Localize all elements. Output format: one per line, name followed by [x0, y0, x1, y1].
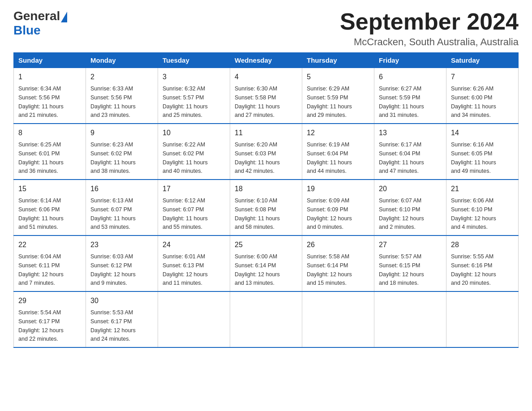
- day-info: Sunrise: 6:07 AMSunset: 6:10 PMDaylight:…: [379, 197, 424, 230]
- day-info: Sunrise: 6:19 AMSunset: 6:04 PMDaylight:…: [307, 141, 352, 174]
- day-info: Sunrise: 6:13 AMSunset: 6:07 PMDaylight:…: [90, 197, 136, 230]
- day-info: Sunrise: 6:26 AMSunset: 6:00 PMDaylight:…: [451, 86, 496, 118]
- day-cell-8: 8 Sunrise: 6:25 AMSunset: 6:01 PMDayligh…: [14, 124, 86, 180]
- day-number: 21: [451, 184, 514, 194]
- day-number: 4: [235, 72, 297, 82]
- logo-text-general: General: [13, 9, 60, 23]
- day-cell-25: 25 Sunrise: 6:00 AMSunset: 6:14 PMDaylig…: [230, 235, 302, 291]
- day-number: 12: [307, 128, 369, 138]
- day-cell-24: 24 Sunrise: 6:01 AMSunset: 6:13 PMDaylig…: [158, 235, 230, 291]
- day-info: Sunrise: 6:12 AMSunset: 6:07 PMDaylight:…: [163, 197, 208, 230]
- day-cell-21: 21 Sunrise: 6:06 AMSunset: 6:10 PMDaylig…: [446, 180, 519, 235]
- day-number: 15: [18, 184, 81, 194]
- day-info: Sunrise: 6:29 AMSunset: 5:59 PMDaylight:…: [307, 86, 352, 118]
- calendar-subtitle: McCracken, South Australia, Australia: [340, 36, 519, 48]
- day-cell-6: 6 Sunrise: 6:27 AMSunset: 5:59 PMDayligh…: [374, 68, 446, 124]
- day-info: Sunrise: 6:32 AMSunset: 5:57 PMDaylight:…: [163, 86, 208, 118]
- title-block: September 2024 McCracken, South Australi…: [340, 9, 519, 48]
- day-cell-3: 3 Sunrise: 6:32 AMSunset: 5:57 PMDayligh…: [158, 68, 230, 124]
- day-cell-2: 2 Sunrise: 6:33 AMSunset: 5:56 PMDayligh…: [86, 68, 158, 124]
- day-cell-4: 4 Sunrise: 6:30 AMSunset: 5:58 PMDayligh…: [230, 68, 302, 124]
- day-info: Sunrise: 6:01 AMSunset: 6:13 PMDaylight:…: [163, 253, 208, 286]
- day-cell-12: 12 Sunrise: 6:19 AMSunset: 6:04 PMDaylig…: [302, 124, 374, 180]
- empty-cell: [302, 291, 374, 347]
- day-number: 6: [379, 72, 442, 82]
- day-info: Sunrise: 6:34 AMSunset: 5:56 PMDaylight:…: [18, 86, 64, 118]
- day-info: Sunrise: 6:16 AMSunset: 6:05 PMDaylight:…: [451, 141, 496, 174]
- day-cell-23: 23 Sunrise: 6:03 AMSunset: 6:12 PMDaylig…: [86, 235, 158, 291]
- col-header-wednesday: Wednesday: [230, 53, 302, 68]
- day-number: 29: [18, 295, 81, 306]
- week-row-1: 1 Sunrise: 6:34 AMSunset: 5:56 PMDayligh…: [14, 68, 519, 124]
- day-number: 24: [163, 240, 225, 250]
- empty-cell: [446, 291, 519, 347]
- col-header-saturday: Saturday: [446, 53, 519, 68]
- day-info: Sunrise: 6:06 AMSunset: 6:10 PMDaylight:…: [451, 197, 496, 230]
- day-cell-5: 5 Sunrise: 6:29 AMSunset: 5:59 PMDayligh…: [302, 68, 374, 124]
- day-number: 25: [235, 240, 297, 250]
- day-number: 30: [90, 295, 153, 306]
- day-info: Sunrise: 6:04 AMSunset: 6:11 PMDaylight:…: [18, 253, 64, 286]
- logo-triangle-icon: [61, 12, 67, 22]
- day-info: Sunrise: 6:27 AMSunset: 5:59 PMDaylight:…: [379, 86, 424, 118]
- day-cell-15: 15 Sunrise: 6:14 AMSunset: 6:06 PMDaylig…: [14, 180, 86, 235]
- day-info: Sunrise: 6:25 AMSunset: 6:01 PMDaylight:…: [18, 141, 64, 174]
- day-number: 1: [18, 72, 81, 82]
- col-header-thursday: Thursday: [302, 53, 374, 68]
- day-number: 2: [90, 72, 153, 82]
- day-number: 7: [451, 72, 514, 82]
- day-cell-18: 18 Sunrise: 6:10 AMSunset: 6:08 PMDaylig…: [230, 180, 302, 235]
- day-info: Sunrise: 5:54 AMSunset: 6:17 PMDaylight:…: [18, 309, 64, 342]
- logo-text-blue: Blue: [13, 23, 41, 37]
- week-row-2: 8 Sunrise: 6:25 AMSunset: 6:01 PMDayligh…: [14, 124, 519, 180]
- day-info: Sunrise: 6:14 AMSunset: 6:06 PMDaylight:…: [18, 197, 64, 230]
- day-number: 23: [90, 240, 153, 250]
- calendar-title: September 2024: [340, 9, 519, 34]
- day-number: 14: [451, 128, 514, 138]
- day-number: 28: [451, 240, 514, 250]
- day-number: 17: [163, 184, 225, 194]
- day-info: Sunrise: 6:10 AMSunset: 6:08 PMDaylight:…: [235, 197, 280, 230]
- day-number: 9: [90, 128, 153, 138]
- day-info: Sunrise: 5:53 AMSunset: 6:17 PMDaylight:…: [90, 309, 136, 342]
- week-row-4: 22 Sunrise: 6:04 AMSunset: 6:11 PMDaylig…: [14, 235, 519, 291]
- day-number: 13: [379, 128, 442, 138]
- day-number: 16: [90, 184, 153, 194]
- empty-cell: [374, 291, 446, 347]
- day-cell-28: 28 Sunrise: 5:55 AMSunset: 6:16 PMDaylig…: [446, 235, 519, 291]
- day-number: 10: [163, 128, 225, 138]
- day-cell-13: 13 Sunrise: 6:17 AMSunset: 6:04 PMDaylig…: [374, 124, 446, 180]
- day-number: 22: [18, 240, 81, 250]
- week-row-3: 15 Sunrise: 6:14 AMSunset: 6:06 PMDaylig…: [14, 180, 519, 235]
- day-number: 3: [163, 72, 225, 82]
- day-info: Sunrise: 6:20 AMSunset: 6:03 PMDaylight:…: [235, 141, 280, 174]
- day-cell-22: 22 Sunrise: 6:04 AMSunset: 6:11 PMDaylig…: [14, 235, 86, 291]
- day-cell-14: 14 Sunrise: 6:16 AMSunset: 6:05 PMDaylig…: [446, 124, 519, 180]
- day-cell-17: 17 Sunrise: 6:12 AMSunset: 6:07 PMDaylig…: [158, 180, 230, 235]
- logo: General Blue: [13, 9, 67, 38]
- day-info: Sunrise: 6:30 AMSunset: 5:58 PMDaylight:…: [235, 86, 280, 118]
- day-cell-20: 20 Sunrise: 6:07 AMSunset: 6:10 PMDaylig…: [374, 180, 446, 235]
- empty-cell: [230, 291, 302, 347]
- day-cell-9: 9 Sunrise: 6:23 AMSunset: 6:02 PMDayligh…: [86, 124, 158, 180]
- col-header-sunday: Sunday: [14, 53, 86, 68]
- day-info: Sunrise: 6:17 AMSunset: 6:04 PMDaylight:…: [379, 141, 424, 174]
- col-header-tuesday: Tuesday: [158, 53, 230, 68]
- day-number: 8: [18, 128, 81, 138]
- calendar-header-row: SundayMondayTuesdayWednesdayThursdayFrid…: [14, 53, 519, 68]
- day-number: 5: [307, 72, 369, 82]
- day-cell-11: 11 Sunrise: 6:20 AMSunset: 6:03 PMDaylig…: [230, 124, 302, 180]
- day-cell-29: 29 Sunrise: 5:54 AMSunset: 6:17 PMDaylig…: [14, 291, 86, 347]
- col-header-monday: Monday: [86, 53, 158, 68]
- empty-cell: [158, 291, 230, 347]
- day-cell-7: 7 Sunrise: 6:26 AMSunset: 6:00 PMDayligh…: [446, 68, 519, 124]
- col-header-friday: Friday: [374, 53, 446, 68]
- day-info: Sunrise: 6:23 AMSunset: 6:02 PMDaylight:…: [90, 141, 136, 174]
- day-cell-27: 27 Sunrise: 5:57 AMSunset: 6:15 PMDaylig…: [374, 235, 446, 291]
- day-info: Sunrise: 6:33 AMSunset: 5:56 PMDaylight:…: [90, 86, 136, 118]
- page-header: General Blue September 2024 McCracken, S…: [13, 9, 519, 48]
- day-info: Sunrise: 6:22 AMSunset: 6:02 PMDaylight:…: [163, 141, 208, 174]
- day-cell-19: 19 Sunrise: 6:09 AMSunset: 6:09 PMDaylig…: [302, 180, 374, 235]
- week-row-5: 29 Sunrise: 5:54 AMSunset: 6:17 PMDaylig…: [14, 291, 519, 347]
- day-cell-10: 10 Sunrise: 6:22 AMSunset: 6:02 PMDaylig…: [158, 124, 230, 180]
